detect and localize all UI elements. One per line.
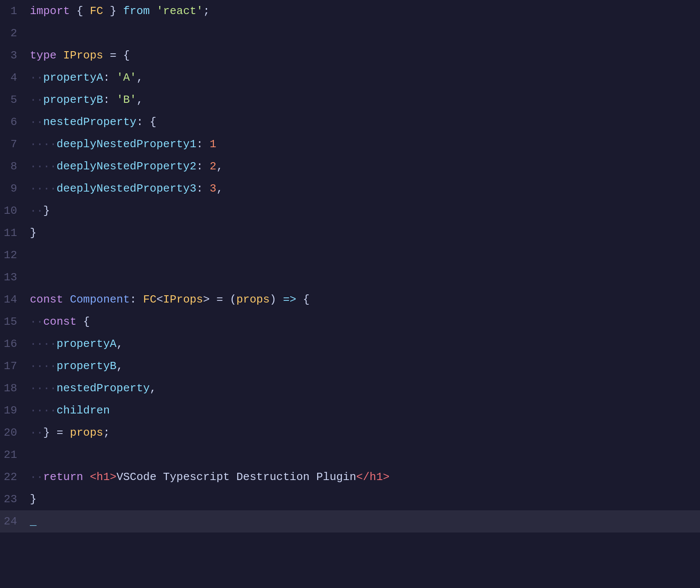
token-type-name: IProps [163,293,203,306]
line-number: 19 [0,399,26,422]
code-line: 8····deeplyNestedProperty2: 2, [0,155,700,178]
token-number: 2 [210,160,216,173]
code-lines: 1import { FC } from 'react';23type IProp… [0,0,700,533]
token-punct: } [30,227,37,239]
token-dot-indent: ·· [30,315,43,328]
code-line: 19····children [0,399,700,422]
token-dot-indent: ·· [30,204,43,217]
token-prop-name: propertyA [56,338,116,350]
line-content: ····propertyB, [26,355,700,377]
token-dot-indent: ···· [30,338,56,350]
line-content: ····deeplyNestedProperty3: 3, [26,178,700,200]
line-content: ··const { [26,311,700,333]
line-content: import { FC } from 'react'; [26,0,700,22]
line-number: 5 [0,89,26,111]
line-content: } [26,488,700,510]
line-content: ··return <h1>VSCode Typescript Destructi… [26,466,700,488]
line-number: 4 [0,67,26,89]
line-number: 15 [0,311,26,333]
line-content: ····deeplyNestedProperty1: 1 [26,133,700,155]
token-kw-return: return [43,471,83,483]
line-content: ··propertyB: 'B', [26,89,700,111]
token-punct [150,5,157,17]
token-dot-indent: ···· [30,382,56,395]
code-line: 20··} = props; [0,422,700,444]
code-line: 7····deeplyNestedProperty1: 1 [0,133,700,155]
token-punct: { [76,315,90,328]
line-number: 11 [0,222,26,244]
code-line: 1import { FC } from 'react'; [0,0,700,22]
token-punct: } [30,493,37,506]
token-dot-indent: ···· [30,138,56,151]
token-prop-name: children [56,404,110,417]
token-kw-type: type [30,49,56,62]
token-punct: ) [270,293,283,306]
token-punct: > = ( [203,293,236,306]
token-dot-indent: ···· [30,404,56,417]
token-punct: , [117,360,123,373]
token-punct: , [137,93,143,106]
token-dot-indent: ···· [30,160,56,173]
line-content: ··propertyA: 'A', [26,67,700,89]
token-prop-name: propertyB [43,93,103,106]
token-dot-indent: ·· [30,471,43,483]
token-type-name: FC [143,293,156,306]
token-punct: , [216,160,223,173]
line-number: 2 [0,22,26,44]
token-punct: , [216,182,223,195]
token-kw-const: const [43,315,76,328]
code-line: 4··propertyA: 'A', [0,67,700,89]
token-props-param: props [236,293,270,306]
token-dot-indent: ·· [30,93,43,106]
token-kw-from: from [123,5,149,17]
token-punct: < [157,293,163,306]
token-punct: = { [110,49,130,62]
token-punct: : [103,71,117,84]
code-line: 22··return <h1>VSCode Typescript Destruc… [0,466,700,488]
line-content: type IProps = { [26,44,700,67]
code-line: 10··} [0,200,700,222]
token-punct: ; [103,426,110,439]
token-number: 1 [210,138,216,151]
token-punct: : [196,160,210,173]
code-line: 15··const { [0,311,700,333]
token-dot-indent: ·· [30,116,43,128]
line-content: const Component: FC<IProps> = (props) =>… [26,288,700,311]
token-punct: } = [43,426,70,439]
code-line: 13 [0,266,700,288]
token-plain [83,471,90,483]
token-prop-name: nestedProperty [43,116,136,128]
line-number: 12 [0,244,26,266]
token-prop-name: deeplyNestedProperty3 [56,182,196,195]
token-number: 3 [210,182,216,195]
line-number: 21 [0,444,26,466]
code-line: 11} [0,222,700,244]
line-number: 3 [0,44,26,67]
token-html-text: VSCode Typescript Destruction Plugin [117,471,356,483]
token-html-tag: <h1> [90,471,116,483]
token-kw-const: const [30,293,63,306]
line-number: 23 [0,488,26,510]
code-line: 21 [0,444,700,466]
line-content: ····deeplyNestedProperty2: 2, [26,155,700,178]
token-punct: ; [203,5,210,17]
code-line: 6··nestedProperty: { [0,111,700,133]
code-line: 18····nestedProperty, [0,377,700,399]
line-number: 16 [0,333,26,355]
token-prop-name: nestedProperty [56,382,149,395]
token-punct: : [103,93,117,106]
token-dot-indent: ···· [30,360,56,373]
line-content: ····propertyA, [26,333,700,355]
code-editor[interactable]: 1import { FC } from 'react';23type IProp… [0,0,700,588]
code-line: 9····deeplyNestedProperty3: 3, [0,178,700,200]
token-prop-name: deeplyNestedProperty1 [56,138,196,151]
token-dot-indent: ·· [30,426,43,439]
token-prop-name: propertyA [43,71,103,84]
line-number: 18 [0,377,26,399]
line-number: 22 [0,466,26,488]
token-prop-name: deeplyNestedProperty2 [56,160,196,173]
token-dot-indent: ·· [30,71,43,84]
line-content: ··nestedProperty: { [26,111,700,133]
token-dot-indent: ···· [30,182,56,195]
line-number: 24 [0,510,26,533]
